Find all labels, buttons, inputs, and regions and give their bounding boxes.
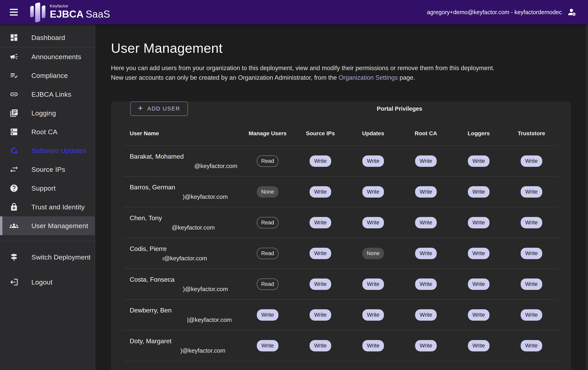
sidebar-item-user-management[interactable]: User Management (0, 216, 95, 235)
pill-write[interactable]: Write (310, 217, 331, 228)
pill-write[interactable]: Write (362, 155, 384, 167)
privilege-cell: Write (399, 248, 452, 259)
sidebar-item-logging[interactable]: Logging (0, 104, 95, 123)
user-name: Doty, Margaret (130, 338, 241, 345)
hamburger-menu-button[interactable] (10, 9, 18, 16)
pill-write[interactable]: Write (415, 278, 437, 290)
pill-write[interactable]: Write (415, 340, 437, 351)
privilege-cell: Write (294, 309, 347, 321)
pill-write[interactable]: Write (521, 217, 542, 228)
column-header-updates: Updates (347, 130, 399, 137)
pill-read[interactable]: Read (257, 248, 278, 259)
user-cell: Doty, Margaret)@keyfactor.com (124, 338, 241, 354)
pill-write[interactable]: Write (521, 186, 542, 198)
privilege-cell: Write (505, 155, 558, 167)
sidebar-item-support[interactable]: Support (0, 179, 95, 198)
user-name: Costa, Fonseca (130, 276, 241, 283)
sidebar-item-trust-and-identity[interactable]: Trust and Identity (0, 198, 95, 216)
privilege-cell: Write (347, 309, 399, 321)
column-header-source-ips: Source IPs (294, 130, 347, 137)
sidebar-item-ejbca-links[interactable]: EJBCA Links (0, 85, 95, 104)
pill-write[interactable]: Write (468, 309, 489, 321)
privilege-cell: Write (452, 248, 505, 259)
pill-write[interactable]: Write (362, 340, 384, 351)
pill-write[interactable]: Write (310, 186, 331, 198)
privilege-cell: Write (347, 278, 399, 290)
pill-write[interactable]: Write (468, 340, 489, 351)
privilege-cell: Write (347, 340, 399, 351)
pill-write[interactable]: Write (310, 278, 331, 290)
logging-icon (10, 109, 18, 117)
sidebar-item-switch-deployment[interactable]: Switch Deployment (0, 248, 95, 267)
user-cell: Barakat, Mohamed@keyfactor.com (124, 153, 241, 169)
sidebar-divider (0, 241, 95, 241)
user-name: Barakat, Mohamed (130, 153, 241, 160)
description-line-1: Here you can add users from your organiz… (111, 63, 531, 73)
add-user-button[interactable]: + ADD USER (130, 102, 188, 116)
pill-write[interactable]: Write (415, 186, 437, 198)
main-content: User Management Here you can add users f… (95, 24, 588, 370)
pill-write[interactable]: Write (468, 278, 489, 290)
pill-none[interactable]: None (257, 186, 278, 198)
pill-write[interactable]: Write (415, 155, 437, 167)
pill-write[interactable]: Write (521, 155, 542, 167)
sidebar-item-compliance[interactable]: Compliance (0, 66, 95, 85)
privilege-cell: Write (294, 248, 347, 259)
user-cell: Codis, Pierreı@keyfactor.com (124, 245, 241, 262)
pill-write[interactable]: Write (415, 309, 437, 321)
privilege-cell: Write (452, 340, 505, 351)
sidebar-item-logout[interactable]: Logout (0, 273, 95, 291)
privilege-cell: Write (399, 278, 452, 290)
pill-none[interactable]: None (362, 248, 384, 259)
sidebar-item-announcements[interactable]: Announcements (0, 47, 95, 66)
privilege-cell: Read (241, 217, 294, 228)
pill-write[interactable]: Write (468, 186, 489, 198)
pill-write[interactable]: Write (310, 155, 331, 167)
organization-settings-link[interactable]: Organization Settings (339, 74, 398, 81)
pill-write[interactable]: Write (468, 155, 489, 167)
pill-read[interactable]: Read (257, 155, 278, 167)
user-email: ı@keyfactor.com (162, 255, 241, 262)
sidebar-item-root-ca[interactable]: Root CA (0, 123, 95, 141)
pill-write[interactable]: Write (310, 248, 331, 259)
pill-write[interactable]: Write (310, 309, 331, 321)
pill-write[interactable]: Write (362, 186, 384, 198)
pill-write[interactable]: Write (310, 340, 331, 351)
privilege-cell: Read (241, 155, 294, 167)
switch-deployment-icon (10, 253, 18, 262)
table-row: Barakat, Mohamed@keyfactor.comReadWriteW… (124, 146, 558, 177)
dashboard-icon (10, 33, 18, 42)
manage-accounts-icon[interactable] (567, 7, 578, 17)
privilege-cell: Write (347, 217, 399, 228)
privilege-cell: Write (505, 217, 558, 228)
pill-write[interactable]: Write (468, 248, 489, 259)
pill-write[interactable]: Write (415, 217, 437, 228)
sidebar-item-label: Dashboard (32, 34, 65, 41)
sidebar-item-software-updates[interactable]: Software Updates (0, 141, 95, 160)
table-row: Codis, Pierreı@keyfactor.comReadWriteNon… (124, 238, 558, 269)
pill-write[interactable]: Write (362, 217, 384, 228)
pill-write[interactable]: Write (362, 278, 384, 290)
privilege-cell: Read (241, 278, 294, 290)
pill-read[interactable]: Read (257, 278, 278, 290)
keyfactor-logo-icon (30, 0, 45, 24)
sidebar-nav: DashboardAnnouncementsComplianceEJBCA Li… (0, 24, 95, 370)
keyfactor-ejbca-logo: Keyfactor EJBCASaaS (30, 0, 110, 24)
pill-write[interactable]: Write (468, 217, 489, 228)
pill-write[interactable]: Write (521, 248, 542, 259)
privilege-cell: Read (241, 248, 294, 259)
sidebar-item-source-ips[interactable]: Source IPs (0, 160, 95, 179)
pill-write[interactable]: Write (257, 340, 278, 351)
trust-identity-icon (10, 203, 18, 211)
pill-write[interactable]: Write (521, 278, 542, 290)
pill-write[interactable]: Write (257, 309, 278, 321)
sidebar-item-dashboard[interactable]: Dashboard (0, 28, 95, 47)
pill-write[interactable]: Write (362, 309, 384, 321)
pill-read[interactable]: Read (257, 217, 278, 228)
user-email: @keyfactor.com (194, 163, 241, 169)
pill-write[interactable]: Write (521, 340, 542, 351)
page-scrollbar[interactable] (586, 24, 588, 370)
pill-write[interactable]: Write (415, 248, 437, 259)
user-cell: Chen, Tony@keyfactor.com (124, 214, 241, 231)
pill-write[interactable]: Write (521, 309, 542, 321)
